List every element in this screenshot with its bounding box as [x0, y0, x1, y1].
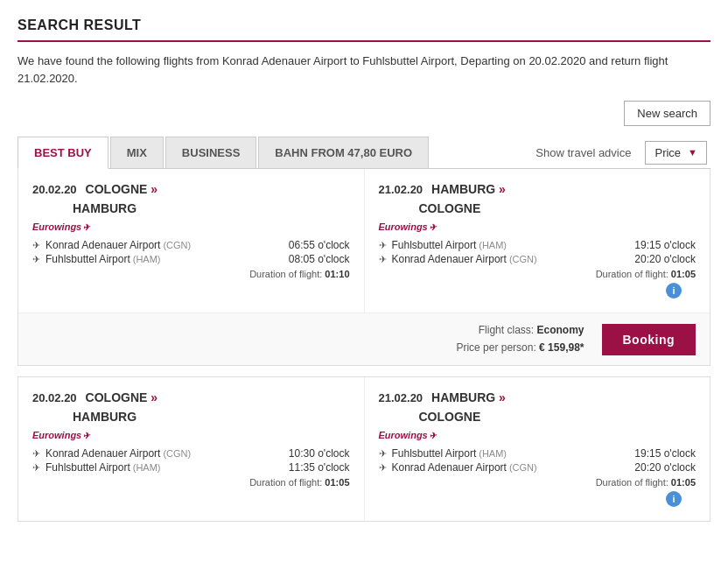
inbound-leg-1: 21.02.20 HAMBURG » COLOGNE Eurowings ✈ F	[365, 169, 710, 313]
inbound-dep-plane-icon-1: ✈	[379, 240, 387, 251]
duration-out-2: 01:05	[325, 477, 349, 488]
tab-best-buy[interactable]: BEST BUY	[18, 137, 108, 169]
price-value-1: € 159,98*	[539, 341, 584, 354]
arrival-time-1: 08:05 o'clock	[289, 253, 350, 265]
show-travel-advice[interactable]: Show travel advice	[522, 146, 645, 159]
outbound-date-2: 20.02.20	[32, 391, 77, 404]
inbound-dep-time-1: 19:15 o'clock	[634, 239, 696, 251]
dep-code-2: (CGN)	[163, 448, 191, 459]
price-sort-label: Price	[654, 146, 681, 159]
inbound-dep-code-2: (HAM)	[479, 448, 507, 459]
inbound-arr-airport-2: Konrad Adenauer Airport	[392, 461, 507, 474]
tabs-row: BEST BUY MIX BUSINESS BAHN FROM 47,80 EU…	[18, 137, 710, 169]
inbound-date-2: 21.02.20	[379, 391, 424, 404]
inbound-dep-airport-1: Fuhlsbuttel Airport	[392, 239, 477, 251]
duration-label-out-2: Duration of flight:	[249, 477, 322, 488]
outbound-date-1: 20.02.20	[32, 183, 77, 196]
inbound-to-city-2: COLOGNE	[419, 410, 481, 424]
title-divider	[18, 40, 710, 42]
outbound-from-city-1: COLOGNE	[86, 182, 148, 196]
inbound-dep-airport-2: Fuhlsbuttel Airport	[392, 447, 477, 460]
inbound-airline-2: Eurowings	[379, 430, 696, 440]
flight-result-card-1: 20.02.20 COLOGNE » HAMBURG Eurowings ✈ K	[18, 169, 710, 366]
duration-in-2: 01:05	[671, 477, 696, 488]
duration-outbound-1: 01:10	[325, 269, 349, 279]
flight-class-value-1: Economy	[536, 324, 584, 336]
inbound-date-1: 21.02.20	[379, 183, 424, 196]
inbound-dep-plane-icon-2: ✈	[379, 448, 387, 460]
inbound-arr-time-1: 20:20 o'clock	[634, 253, 696, 265]
info-icon-1[interactable]: i	[666, 283, 682, 299]
arr-code-2: (HAM)	[133, 462, 161, 473]
outbound-leg-2: 20.02.20 COLOGNE » HAMBURG Eurowings ✈ K	[18, 377, 365, 521]
departure-code-1: (CGN)	[163, 240, 191, 250]
inbound-arr-code-2: (CGN)	[509, 462, 537, 473]
outbound-from-city-2: COLOGNE	[86, 390, 148, 404]
inbound-arrow-1: »	[499, 182, 506, 196]
inbound-from-city-1: HAMBURG	[431, 182, 495, 196]
tab-mix[interactable]: MIX	[110, 137, 164, 168]
inbound-dep-time-2: 19:15 o'clock	[634, 447, 696, 460]
inbound-arrow-2: »	[499, 390, 506, 404]
departure-time-1: 06:55 o'clock	[289, 239, 350, 251]
booking-footer-1: Flight class: Economy Price per person: …	[18, 313, 710, 364]
flight-result-card-2: 20.02.20 COLOGNE » HAMBURG Eurowings ✈ K	[18, 376, 710, 522]
departure-airport-1: Konrad Adenauer Airport	[46, 239, 160, 251]
flight-class-label-1: Flight class:	[479, 324, 534, 336]
price-sort-button[interactable]: Price ▼	[645, 141, 707, 165]
outbound-to-city-1: HAMBURG	[73, 201, 136, 215]
booking-button-1[interactable]: Booking	[602, 324, 696, 355]
arr-airport-2: Fuhlsbuttel Airport	[46, 461, 130, 474]
tab-business[interactable]: BUSINESS	[165, 137, 256, 168]
dep-airport-2: Konrad Adenauer Airport	[46, 447, 160, 460]
inbound-leg-2: 21.02.20 HAMBURG » COLOGNE Eurowings ✈ F	[365, 377, 710, 521]
outbound-arrow-2: »	[150, 390, 158, 404]
inbound-arr-plane-icon-1: ✈	[379, 254, 387, 265]
departure-plane-icon-1: ✈	[32, 240, 40, 251]
outbound-arrow-1: »	[150, 182, 158, 196]
dep-time-2: 10:30 o'clock	[289, 447, 350, 460]
duration-label-outbound-1: Duration of flight:	[249, 269, 322, 279]
inbound-from-city-2: HAMBURG	[431, 390, 495, 404]
duration-label-inbound-1: Duration of flight:	[596, 269, 668, 279]
outbound-airline-2: Eurowings	[32, 430, 350, 440]
duration-label-in-2: Duration of flight:	[596, 477, 668, 488]
dep-plane-icon-2: ✈	[32, 448, 40, 460]
arr-time-2: 11:35 o'clock	[289, 461, 350, 474]
inbound-dep-code-1: (HAM)	[479, 240, 507, 250]
price-label-1: Price per person:	[456, 341, 536, 354]
info-icon-2[interactable]: i	[666, 491, 682, 507]
arrival-code-1: (HAM)	[133, 254, 161, 264]
inbound-to-city-1: COLOGNE	[419, 201, 481, 215]
outbound-airline-1: Eurowings	[32, 221, 350, 232]
inbound-arr-airport-1: Konrad Adenauer Airport	[392, 253, 507, 265]
inbound-airline-1: Eurowings	[379, 221, 696, 232]
duration-inbound-1: 01:05	[671, 269, 696, 279]
arrival-plane-icon-1: ✈	[32, 254, 40, 265]
arrival-airport-1: Fuhlsbuttel Airport	[46, 253, 130, 265]
inbound-arr-code-1: (CGN)	[509, 254, 537, 264]
arr-plane-icon-2: ✈	[32, 462, 40, 474]
outbound-leg-1: 20.02.20 COLOGNE » HAMBURG Eurowings ✈ K	[18, 169, 365, 313]
tab-bahn[interactable]: BAHN FROM 47,80 EURO	[258, 137, 429, 168]
outbound-to-city-2: HAMBURG	[73, 410, 136, 424]
result-description: We have found the following flights from…	[18, 53, 710, 87]
new-search-button[interactable]: New search	[624, 101, 710, 126]
inbound-arr-time-2: 20:20 o'clock	[634, 461, 696, 474]
inbound-arr-plane-icon-2: ✈	[379, 462, 387, 474]
chevron-down-icon: ▼	[688, 147, 697, 158]
search-result-title: SEARCH RESULT	[18, 18, 710, 33]
